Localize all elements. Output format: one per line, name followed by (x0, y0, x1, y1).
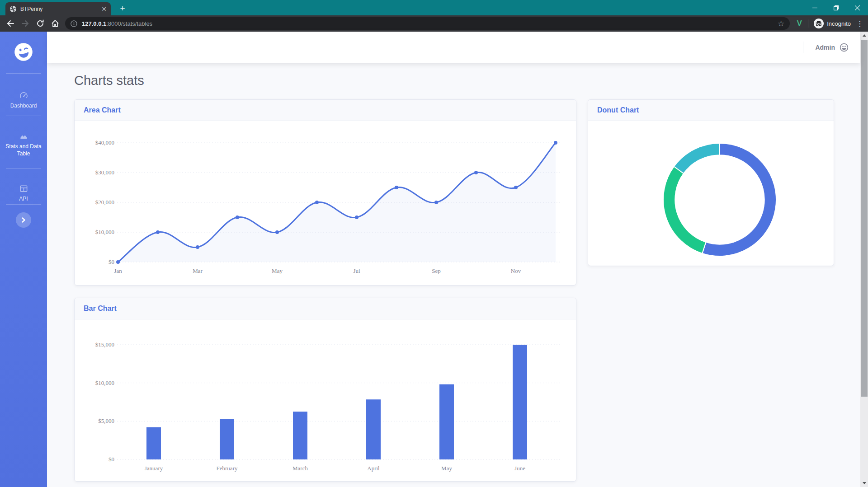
sidebar-divider (6, 204, 41, 205)
svg-text:$5,000: $5,000 (98, 417, 114, 424)
sidebar-item-dashboard[interactable]: Dashboard (0, 87, 47, 114)
svg-text:$0: $0 (108, 258, 114, 265)
globe-favicon-icon (9, 5, 17, 13)
scroll-up-button[interactable] (860, 32, 868, 39)
svg-text:$15,000: $15,000 (95, 341, 114, 348)
svg-text:$20,000: $20,000 (95, 199, 114, 206)
browser-window: BTPenny ✕ + (0, 0, 868, 487)
svg-text:May: May (272, 267, 283, 274)
card-header: Donut Chart (588, 100, 834, 121)
svg-text:$0: $0 (108, 456, 114, 463)
close-window-button[interactable] (847, 0, 868, 15)
laugh-wink-logo-icon (13, 42, 34, 62)
svg-text:April: April (367, 465, 380, 472)
bar-chart-canvas[interactable]: $0$5,000$10,000$15,000JanuaryFebruaryMar… (84, 324, 567, 477)
svg-text:Jul: Jul (353, 267, 360, 274)
svg-text:February: February (217, 465, 238, 472)
page-scrollbar[interactable] (860, 32, 868, 487)
bar-chart-card: Bar Chart $0$5,000$10,000$15,000JanuaryF… (74, 298, 576, 482)
vue-devtools-extension-icon[interactable]: V (793, 19, 806, 28)
forward-button[interactable] (18, 17, 32, 31)
incognito-label: Incognito (827, 20, 851, 27)
url-host: 127.0.0.1 (82, 20, 106, 27)
sidebar-divider (6, 73, 41, 74)
topbar-divider (803, 42, 803, 53)
url-text[interactable]: 127.0.0.1:8000/stats/tables (82, 20, 773, 27)
svg-text:$10,000: $10,000 (95, 379, 114, 386)
card-body: $0$10,000$20,000$30,000$40,000JanMarMayJ… (75, 121, 576, 286)
user-name: Admin (815, 44, 835, 51)
scroll-up-arrow-icon (863, 34, 866, 37)
area-chart-icon (19, 132, 28, 140)
window-controls (804, 0, 868, 15)
bookmark-star-icon[interactable]: ☆ (778, 19, 784, 28)
app-logo[interactable] (0, 42, 47, 62)
app-topbar: Admin (47, 32, 860, 63)
incognito-badge: Incognito (814, 19, 851, 28)
browser-menu-icon[interactable]: ⋮ (854, 19, 865, 28)
user-menu[interactable]: Admin (803, 32, 849, 63)
card-body: $0$5,000$10,000$15,000JanuaryFebruaryMar… (75, 319, 576, 482)
browser-titlebar: BTPenny ✕ + (0, 0, 868, 15)
sidebar-item-label: API (2, 195, 45, 202)
sidebar-item-label: Dashboard (2, 102, 45, 109)
svg-text:$30,000: $30,000 (95, 169, 114, 176)
sidebar-item-label: Stats and Data Table (2, 143, 45, 157)
page-content: Charts stats Area Chart $0$10,000$20,000… (47, 63, 860, 487)
svg-text:Sep: Sep (432, 267, 441, 274)
svg-text:Nov: Nov (511, 267, 521, 274)
page-title: Charts stats (74, 73, 144, 88)
new-tab-button[interactable]: + (118, 4, 127, 14)
reload-button[interactable] (33, 17, 47, 31)
site-info-icon[interactable] (71, 20, 77, 27)
scrollbar-thumb[interactable] (861, 40, 868, 397)
svg-text:January: January (145, 465, 163, 472)
chevron-right-icon (21, 217, 26, 223)
incognito-icon (814, 19, 824, 28)
area-chart-card: Area Chart $0$10,000$20,000$30,000$40,00… (74, 99, 576, 286)
donut-chart-card: Donut Chart (588, 99, 834, 266)
browser-tab[interactable]: BTPenny ✕ (5, 2, 111, 15)
tab-close-icon[interactable]: ✕ (101, 6, 107, 12)
url-path: :8000/stats/tables (106, 20, 152, 27)
svg-text:$40,000: $40,000 (95, 139, 114, 146)
sidebar-item-stats-and-data-table[interactable]: Stats and Data Table (0, 127, 47, 162)
app-sidebar: Dashboard Stats and Data Table API (0, 32, 47, 487)
minimize-button[interactable] (804, 0, 826, 15)
svg-text:Mar: Mar (193, 267, 203, 274)
svg-text:Jan: Jan (114, 267, 122, 274)
sidebar-toggle-button[interactable] (16, 212, 31, 228)
svg-text:March: March (292, 465, 308, 472)
card-title: Bar Chart (84, 304, 117, 313)
svg-text:$10,000: $10,000 (95, 229, 114, 235)
toolbar-divider (808, 19, 808, 28)
home-button[interactable] (48, 17, 62, 31)
sidebar-divider (6, 116, 41, 116)
table-icon (19, 184, 28, 193)
svg-text:June: June (514, 465, 525, 472)
card-header: Bar Chart (75, 298, 576, 319)
scroll-down-button[interactable] (860, 479, 868, 487)
user-smiley-icon (840, 43, 849, 52)
svg-text:May: May (441, 465, 452, 472)
card-body (588, 121, 834, 266)
card-title: Donut Chart (597, 106, 639, 114)
donut-chart-canvas[interactable] (597, 126, 825, 261)
browser-toolbar: 127.0.0.1:8000/stats/tables ☆ V Incognit… (0, 15, 868, 32)
tab-title: BTPenny (20, 6, 98, 12)
gauge-icon (19, 91, 28, 100)
back-button[interactable] (3, 17, 17, 31)
url-bar[interactable]: 127.0.0.1:8000/stats/tables ☆ (65, 17, 790, 30)
card-header: Area Chart (75, 100, 576, 121)
sidebar-divider (6, 168, 41, 169)
area-chart-canvas[interactable]: $0$10,000$20,000$30,000$40,000JanMarMayJ… (84, 126, 567, 281)
restore-button[interactable] (826, 0, 847, 15)
scroll-down-arrow-icon (863, 482, 866, 484)
card-title: Area Chart (84, 106, 121, 114)
sidebar-item-api[interactable]: API (0, 180, 47, 207)
